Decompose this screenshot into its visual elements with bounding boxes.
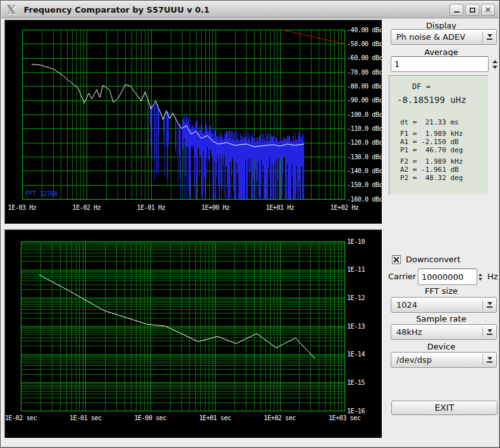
minimize-icon	[454, 11, 460, 13]
svg-text:-90.00 dBc: -90.00 dBc	[347, 97, 382, 104]
average-input[interactable]: 1	[391, 56, 489, 72]
df-value: -8.185199 uHz	[397, 95, 488, 105]
chevron-down-icon	[482, 32, 496, 42]
svg-text:-130.0 dBc: -130.0 dBc	[347, 154, 382, 160]
svg-text:1E-11: 1E-11	[347, 266, 365, 273]
svg-text:1E+02 sec: 1E+02 sec	[264, 415, 296, 421]
svg-text:-150.0 dBc: -150.0 dBc	[347, 181, 382, 188]
svg-text:1E-14: 1E-14	[347, 351, 365, 358]
info-line-a1: A1 = -2.150 dB	[400, 138, 488, 146]
svg-text:1E+03 sec: 1E+03 sec	[329, 415, 361, 421]
titlebar[interactable]: X Frequency Comparator by S57UUU v 0.1 ✕	[1, 1, 499, 18]
svg-text:1E-12: 1E-12	[347, 294, 365, 301]
svg-text:-80.00 dBc: -80.00 dBc	[347, 83, 382, 90]
svg-text:1E-13: 1E-13	[347, 323, 365, 330]
exit-button[interactable]: EXIT	[391, 401, 497, 415]
svg-text:1E+02 Hz: 1E+02 Hz	[331, 204, 359, 211]
svg-text:1E-00 sec: 1E-00 sec	[135, 415, 167, 421]
info-line-a2: A2 = -1.961 dB	[400, 166, 488, 174]
svg-text:-40.00 dBc: -40.00 dBc	[347, 27, 382, 33]
info-line-p2: P2 = 48.32 deg	[400, 174, 488, 182]
svg-text:1E-02 sec: 1E-02 sec	[5, 415, 37, 421]
fft-size-select[interactable]: 1024	[391, 297, 497, 313]
checkbox-x-icon	[393, 256, 400, 263]
info-line-f2: F2 = 1.989 kHz	[400, 157, 488, 166]
chevron-down-icon	[482, 300, 496, 310]
maximize-icon	[470, 8, 475, 13]
info-line-f1: F1 = 1.989 kHz	[400, 130, 488, 138]
carrier-input[interactable]: 10000000	[418, 269, 477, 285]
svg-text:1E+01 Hz: 1E+01 Hz	[266, 204, 295, 211]
sample-rate-select[interactable]: 48kHz	[391, 324, 497, 340]
adev-panel: 1E-02 sec1E-01 sec1E-00 sec1E+01 sec1E+0…	[4, 229, 382, 439]
device-label: Device	[382, 342, 500, 351]
svg-text:1E-10: 1E-10	[347, 238, 365, 245]
svg-text:-120.0 dBc: -120.0 dBc	[347, 139, 382, 146]
average-spin-up-icon[interactable]	[492, 60, 497, 63]
minimize-button[interactable]	[449, 4, 463, 16]
device-select[interactable]: /dev/dsp	[391, 352, 497, 368]
df-label: DF =	[412, 82, 488, 91]
carrier-spin-down-icon[interactable]	[479, 278, 482, 281]
svg-text:1E-16: 1E-16	[347, 408, 365, 415]
fft-size-value: 1024	[391, 300, 482, 310]
carrier-label: Carrier	[388, 272, 416, 281]
svg-text:1E-01 Hz: 1E-01 Hz	[137, 204, 166, 211]
display-value: Ph noise & ADEV	[391, 32, 482, 42]
average-label: Average	[382, 47, 500, 57]
svg-text:1E+01 sec: 1E+01 sec	[199, 415, 231, 421]
window-title: Frequency Comparator by S57UUU v 0.1	[24, 5, 210, 15]
info-line-p1: P1 = 46.70 deg	[400, 146, 488, 154]
adev-chart: 1E-02 sec1E-01 sec1E-00 sec1E+01 sec1E+0…	[5, 230, 382, 438]
svg-text:-160.0 dBc: -160.0 dBc	[347, 196, 382, 203]
svg-text:1E-02 Hz: 1E-02 Hz	[73, 204, 101, 211]
carrier-spin-up-icon[interactable]	[479, 274, 482, 276]
info-line-dt: dt = 21.33 ms	[400, 118, 488, 126]
svg-text:1E-03 Hz: 1E-03 Hz	[8, 204, 37, 211]
svg-text:FFT 32768: FFT 32768	[25, 190, 58, 197]
phase-noise-panel: 1E-03 Hz1E-02 Hz1E-01 Hz1E+00 Hz1E+01 Hz…	[4, 20, 382, 224]
measurement-infobox: DF = -8.185199 uHz dt = 21.33 ms F1 = 1.…	[389, 75, 489, 195]
svg-text:-70.00 dBc: -70.00 dBc	[347, 69, 382, 76]
control-sidebar: Display Ph noise & ADEV Average 1 DF = -…	[382, 18, 500, 447]
svg-text:1E+00 Hz: 1E+00 Hz	[202, 204, 230, 211]
svg-text:-140.0 dBc: -140.0 dBc	[347, 167, 382, 174]
close-button[interactable]: ✕	[481, 4, 495, 16]
sample-rate-value: 48kHz	[391, 327, 482, 337]
display-select[interactable]: Ph noise & ADEV	[391, 29, 497, 45]
svg-text:1E-15: 1E-15	[347, 379, 365, 386]
app-window: X Frequency Comparator by S57UUU v 0.1 ✕…	[0, 0, 500, 448]
close-icon: ✕	[485, 6, 492, 14]
svg-text:-110.0 dBc: -110.0 dBc	[347, 125, 382, 132]
device-value: /dev/dsp	[391, 355, 482, 365]
carrier-unit: Hz	[487, 272, 498, 281]
x11-logo-icon: X	[6, 3, 16, 17]
downconvert-checkbox[interactable]: Downconvert	[392, 255, 460, 264]
phase-noise-chart: 1E-03 Hz1E-02 Hz1E-01 Hz1E+00 Hz1E+01 Hz…	[5, 20, 382, 224]
svg-text:1E-01 sec: 1E-01 sec	[70, 415, 102, 421]
downconvert-label: Downconvert	[406, 255, 460, 264]
fft-size-label: FFT size	[382, 286, 500, 296]
maximize-button[interactable]	[465, 4, 479, 16]
average-spin-down-icon[interactable]	[492, 66, 497, 69]
svg-text:-60.00 dBc: -60.00 dBc	[347, 54, 382, 61]
sample-rate-label: Sample rate	[382, 314, 500, 324]
svg-text:-100.0 dBc: -100.0 dBc	[347, 111, 382, 118]
chevron-down-icon	[482, 327, 496, 337]
svg-text:-50.00 dBc: -50.00 dBc	[347, 40, 382, 47]
chevron-down-icon	[482, 354, 496, 365]
